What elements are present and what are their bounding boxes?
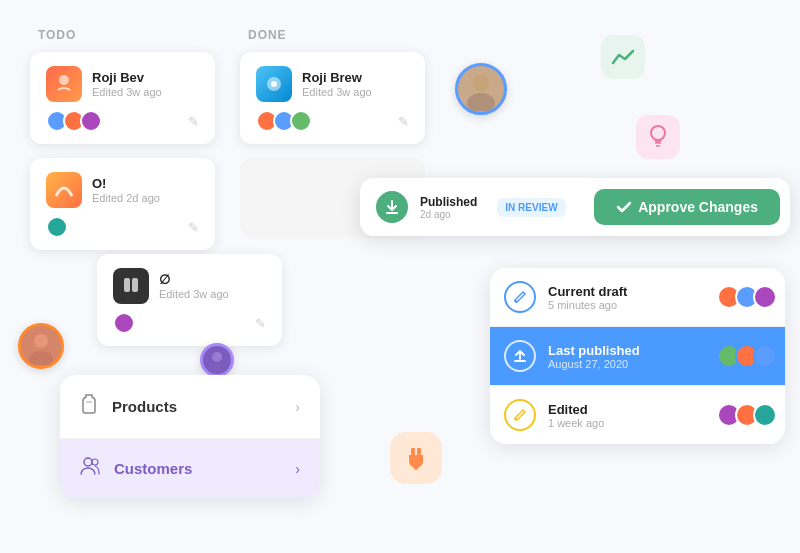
menu-row-customers[interactable]: Customers › — [60, 439, 320, 498]
draft-current-text: Current draft 5 minutes ago — [548, 284, 627, 311]
published-title: Published — [420, 195, 477, 209]
chart-icon — [601, 35, 645, 79]
published-sub: 2d ago — [420, 209, 477, 220]
draft-row-current[interactable]: Current draft 5 minutes ago — [490, 268, 785, 326]
draft-panel: Current draft 5 minutes ago Last publish… — [490, 268, 785, 444]
approve-btn-label: Approve Changes — [638, 199, 758, 215]
card-empty[interactable]: ∅ Edited 3w ago ✎ — [97, 254, 282, 346]
card-o-avatars — [46, 216, 63, 238]
col-done-label: Done — [248, 28, 287, 42]
customers-chevron: › — [295, 461, 300, 477]
card-roji-bev-title: Roji Bev — [92, 70, 162, 85]
svg-point-7 — [34, 334, 48, 348]
edit-icon-empty[interactable]: ✎ — [255, 316, 266, 331]
card-roji-brew-subtitle: Edited 3w ago — [302, 86, 372, 98]
card-thumb-roji-brew — [256, 66, 292, 102]
edit-icon-brew[interactable]: ✎ — [398, 114, 409, 129]
de-3 — [753, 403, 777, 427]
da-3 — [753, 285, 777, 309]
card-o-title: O! — [92, 176, 160, 191]
approve-card: Published 2d ago IN REVIEW Approve Chang… — [360, 178, 790, 236]
svg-point-6 — [467, 93, 495, 111]
approve-changes-button[interactable]: Approve Changes — [594, 189, 780, 225]
card-roji-brew-title: Roji Brew — [302, 70, 372, 85]
svg-point-9 — [212, 352, 222, 362]
bottle-icon — [80, 393, 98, 420]
avatar-floating-blue — [455, 63, 507, 115]
svg-point-4 — [271, 81, 277, 87]
svg-point-0 — [59, 75, 69, 85]
svg-rect-15 — [417, 448, 421, 455]
draft-edited-avatars — [717, 403, 771, 427]
card-roji-brew[interactable]: Roji Brew Edited 3w ago ✎ — [240, 52, 425, 144]
avatar-o-1 — [46, 216, 68, 238]
svg-rect-1 — [124, 278, 130, 292]
svg-point-26 — [92, 459, 98, 465]
draft-current-sub: 5 minutes ago — [548, 299, 627, 311]
draft-published-avatars — [717, 344, 771, 368]
col-todo-label: TODO — [38, 28, 76, 42]
edit-icon-o[interactable]: ✎ — [188, 220, 199, 235]
avatar-brew-3 — [290, 110, 312, 132]
card-roji-bev-avatars — [46, 110, 97, 132]
card-o-subtitle: Edited 2d ago — [92, 192, 160, 204]
card-roji-bev-subtitle: Edited 3w ago — [92, 86, 162, 98]
draft-row-published[interactable]: Last published August 27, 2020 — [490, 327, 785, 385]
svg-point-11 — [651, 126, 665, 140]
customers-label: Customers — [114, 460, 281, 477]
draft-published-title: Last published — [548, 343, 640, 358]
card-empty-avatars — [113, 312, 130, 334]
avatar-3 — [80, 110, 102, 132]
svg-point-8 — [29, 351, 53, 365]
published-text: Published 2d ago — [420, 195, 477, 220]
draft-edited-text: Edited 1 week ago — [548, 402, 604, 429]
menu-card: Products › Customers › — [60, 375, 320, 498]
card-empty-subtitle: Edited 3w ago — [159, 288, 229, 300]
draft-published-sub: August 27, 2020 — [548, 358, 640, 370]
draft-current-title: Current draft — [548, 284, 627, 299]
draft-published-text: Last published August 27, 2020 — [548, 343, 640, 370]
published-icon — [376, 191, 408, 223]
products-label: Products — [112, 398, 281, 415]
svg-rect-2 — [132, 278, 138, 292]
avatar-empty-1 — [113, 312, 135, 334]
people-icon — [80, 457, 100, 480]
plug-icon — [390, 432, 442, 484]
svg-point-5 — [473, 75, 489, 91]
svg-point-17 — [414, 466, 418, 470]
products-chevron: › — [295, 399, 300, 415]
dp-3 — [753, 344, 777, 368]
card-roji-bev[interactable]: Roji Bev Edited 3w ago ✎ — [30, 52, 215, 144]
draft-edited-sub: 1 week ago — [548, 417, 604, 429]
draft-edited-title: Edited — [548, 402, 604, 417]
card-thumb-o — [46, 172, 82, 208]
svg-point-25 — [84, 458, 92, 466]
draft-row-edited[interactable]: Edited 1 week ago — [490, 386, 785, 444]
edit-icon-roji-bev[interactable]: ✎ — [188, 114, 199, 129]
card-o[interactable]: O! Edited 2d ago ✎ — [30, 158, 215, 250]
avatar-floating-orange — [18, 323, 64, 369]
menu-row-products[interactable]: Products › — [60, 375, 320, 439]
draft-edited-icon — [504, 399, 536, 431]
in-review-badge: IN REVIEW — [497, 198, 565, 217]
svg-rect-14 — [411, 448, 415, 455]
bulb-icon — [636, 115, 680, 159]
draft-upload-icon — [504, 340, 536, 372]
card-empty-title: ∅ — [159, 272, 229, 287]
card-roji-brew-avatars — [256, 110, 307, 132]
card-thumb-roji-bev — [46, 66, 82, 102]
draft-pencil-icon — [504, 281, 536, 313]
avatar-floating-purple — [200, 343, 234, 377]
draft-current-avatars — [717, 285, 771, 309]
svg-point-10 — [209, 363, 225, 373]
card-thumb-empty — [113, 268, 149, 304]
